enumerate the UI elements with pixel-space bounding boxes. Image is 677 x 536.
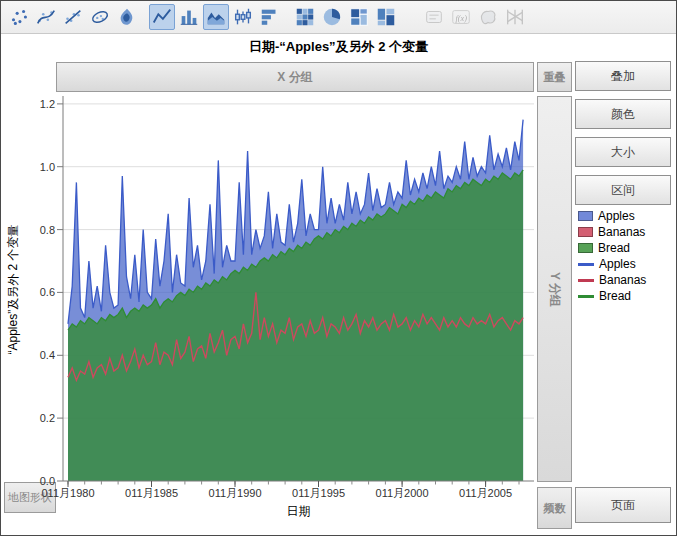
x-group-label: X 分组 xyxy=(277,69,312,86)
legend-bananas-fill[interactable]: Bananas xyxy=(578,224,646,240)
overlay-label: 重叠 xyxy=(544,70,566,85)
mosaic-icon[interactable] xyxy=(373,4,399,30)
treemap-icon[interactable] xyxy=(346,4,372,30)
legend-fill-swatch xyxy=(578,227,593,237)
histogram-icon[interactable] xyxy=(257,4,283,30)
legend-apples-line[interactable]: Apples xyxy=(578,256,646,272)
stack-button[interactable]: 叠加 xyxy=(575,61,671,91)
parallel-plot-icon[interactable] xyxy=(502,4,528,30)
y-tick-label: 0.6 xyxy=(27,286,55,298)
x-tick-label: 011月2000 xyxy=(376,486,429,501)
x-tick-label: 011月1985 xyxy=(125,486,178,501)
legend-line-swatch xyxy=(578,263,594,266)
x-tick-label: 011月1995 xyxy=(292,486,345,501)
legend-fill-swatch xyxy=(578,243,593,253)
frequency-label: 频数 xyxy=(544,501,566,516)
y-axis-title: “Apples”及另外 2 个变量 xyxy=(5,96,21,482)
bar-element-icon[interactable] xyxy=(176,4,202,30)
interval-button[interactable]: 区间 xyxy=(575,175,671,205)
x-tick-label: 011月2005 xyxy=(459,486,512,501)
legend-item-label: Bread xyxy=(599,289,631,303)
legend-item-label: Apples xyxy=(599,257,636,271)
y-tick-label: 1.2 xyxy=(27,98,55,110)
box-plot-icon[interactable] xyxy=(230,4,256,30)
x-tick-label: 011月1990 xyxy=(209,486,262,501)
legend-bread-fill[interactable]: Bread xyxy=(578,240,646,256)
plot-area[interactable] xyxy=(57,96,534,487)
legend-line-swatch xyxy=(578,295,594,298)
points-icon[interactable] xyxy=(6,4,32,30)
y-tick-label: 1.0 xyxy=(27,161,55,173)
graph-builder-window: f(x) 日期-“Apples”及另外 2 个变量 X 分组 重叠 Y 分组 地… xyxy=(0,0,677,536)
line-of-fit-icon[interactable] xyxy=(60,4,86,30)
color-button[interactable]: 颜色 xyxy=(575,99,671,129)
ellipse-icon[interactable] xyxy=(87,4,113,30)
y-tick-label: 0.4 xyxy=(27,349,55,361)
svg-text:f(x): f(x) xyxy=(456,14,468,23)
legend-bananas-line[interactable]: Bananas xyxy=(578,272,646,288)
legend-apples-fill[interactable]: Apples xyxy=(578,208,646,224)
legend: ApplesBananasBreadApplesBananasBread xyxy=(578,208,646,304)
legend-item-label: Bananas xyxy=(598,225,645,239)
area-element-icon[interactable] xyxy=(203,4,229,30)
y-axis-tick-labels: 1.21.00.80.60.40.20.0 xyxy=(27,96,55,487)
legend-item-label: Apples xyxy=(598,209,635,223)
legend-item-label: Bread xyxy=(598,241,630,255)
y-group-label: Y 分组 xyxy=(546,271,563,306)
heatmap-icon[interactable] xyxy=(292,4,318,30)
size-button[interactable]: 大小 xyxy=(575,137,671,167)
page-label: 页面 xyxy=(611,497,635,514)
x-group-dropzone[interactable]: X 分组 xyxy=(56,62,534,92)
smoother-icon[interactable] xyxy=(33,4,59,30)
page-title: 日期-“Apples”及另外 2 个变量 xyxy=(1,38,676,56)
overlay-dropzone[interactable]: 重叠 xyxy=(537,62,572,92)
x-tick-label: 011月1980 xyxy=(41,486,94,501)
y-tick-label: 0.8 xyxy=(27,224,55,236)
pie-icon[interactable] xyxy=(319,4,345,30)
toolbar: f(x) xyxy=(1,1,676,34)
page-dropzone[interactable]: 页面 xyxy=(575,487,671,523)
x-axis-tick-labels: 011月1980011月1985011月1990011月1995011月2000… xyxy=(57,486,534,500)
map-shapes-icon[interactable] xyxy=(475,4,501,30)
legend-bread-line[interactable]: Bread xyxy=(578,288,646,304)
x-axis-title: 日期 xyxy=(63,503,534,520)
y-group-dropzone[interactable]: Y 分组 xyxy=(537,96,572,482)
legend-fill-swatch xyxy=(578,211,593,221)
formula-icon[interactable]: f(x) xyxy=(448,4,474,30)
line-element-icon[interactable] xyxy=(149,4,175,30)
frequency-dropzone[interactable]: 频数 xyxy=(537,487,572,529)
legend-item-label: Bananas xyxy=(599,273,646,287)
legend-line-swatch xyxy=(578,279,594,282)
caption-box-icon[interactable] xyxy=(421,4,447,30)
y-tick-label: 0.2 xyxy=(27,412,55,424)
contour-icon[interactable] xyxy=(114,4,140,30)
